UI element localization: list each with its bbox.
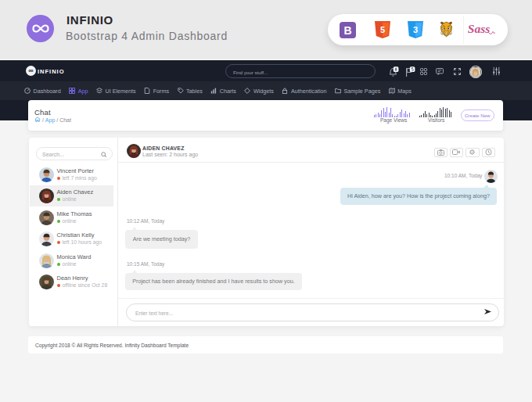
svg-text:3: 3 — [413, 25, 418, 34]
svg-text:5: 5 — [380, 25, 385, 34]
svg-text:B: B — [343, 24, 351, 37]
svg-text:Sass: Sass — [468, 22, 490, 35]
